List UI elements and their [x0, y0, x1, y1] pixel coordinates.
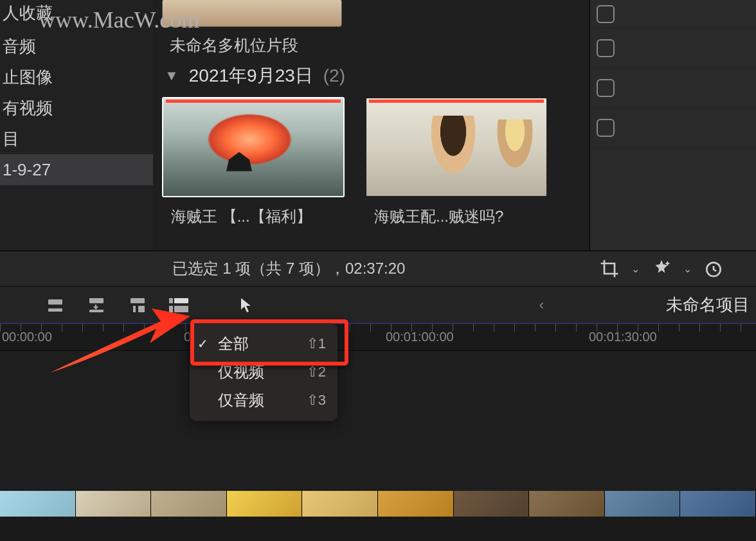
ruler-tick: 00:00:00 [2, 330, 52, 344]
edit-mode-dropdown: ✓ 全部 ⇧1 仅视频 ⇧2 仅音频 ⇧3 [190, 323, 338, 421]
svg-rect-4 [89, 310, 104, 312]
used-indicator [369, 100, 544, 103]
timeline-title: 未命名项目 [666, 294, 750, 316]
chevron-down-icon[interactable]: ⌄ [683, 263, 692, 275]
selection-status: 已选定 1 项（共 7 项），02:37:20 [153, 258, 424, 279]
dropdown-shortcut: ⇧1 [307, 335, 326, 352]
svg-rect-9 [174, 298, 188, 303]
clip-name: 海贼王 【...【福利】 [171, 206, 345, 227]
check-icon: ✓ [197, 336, 214, 351]
sidebar: 人收藏 音频 止图像 有视频 目 1-9-27 [0, 0, 153, 251]
svg-rect-2 [48, 308, 62, 312]
sidebar-item-video[interactable]: 有视频 [0, 93, 153, 123]
dropdown-label: 仅音频 [218, 390, 307, 411]
append-clip-button[interactable] [126, 295, 149, 315]
retime-tool-icon[interactable] [703, 258, 724, 279]
sidebar-label: 有视频 [3, 97, 53, 120]
used-indicator [166, 100, 341, 103]
sidebar-label: 1-9-27 [3, 160, 51, 180]
svg-rect-10 [169, 306, 173, 312]
sidebar-item-date[interactable]: 1-9-27 [0, 154, 153, 185]
date-text: 2021年9月23日 [189, 64, 313, 88]
date-count: (2) [323, 66, 345, 86]
timeline-toolbar: ‹ 未命名项目 [0, 287, 756, 324]
sidebar-label: 人收藏 [3, 2, 53, 24]
property-checkbox[interactable] [597, 119, 615, 137]
select-tool-button[interactable] [234, 295, 257, 315]
inspector-panel [590, 0, 756, 251]
dropdown-shortcut: ⇧3 [307, 392, 326, 409]
sidebar-label: 止图像 [3, 66, 53, 89]
multicam-clip-label: 未命名多机位片段 [170, 35, 582, 56]
dropdown-item-all[interactable]: ✓ 全部 ⇧1 [190, 330, 338, 358]
property-checkbox[interactable] [597, 79, 615, 97]
insert-clip-button[interactable] [85, 295, 108, 315]
library-browser: 未命名多机位片段 ▼ 2021年9月23日 (2) 海贼王 【...【福利】 [153, 0, 590, 251]
sidebar-label: 音频 [3, 35, 36, 58]
svg-rect-1 [48, 299, 62, 305]
crop-tool-icon[interactable] [599, 258, 620, 279]
clip-thumbnail[interactable] [365, 97, 548, 197]
ruler-tick: 00:01:00:00 [386, 330, 454, 344]
sidebar-item-projects[interactable]: 目 [0, 123, 153, 154]
svg-rect-3 [89, 298, 104, 303]
dropdown-shortcut: ⇧2 [307, 364, 326, 380]
timeline-body[interactable] [0, 351, 756, 491]
timeline-ruler[interactable]: 00:00:00 0 00:01:00:00 00:01:30:00 [0, 324, 756, 351]
status-bar: 已选定 1 项（共 7 项），02:37:20 ⌄ ⌄ [0, 251, 756, 287]
dropdown-item-audio-only[interactable]: 仅音频 ⇧3 [190, 386, 338, 414]
dropdown-label: 仅视频 [218, 362, 307, 382]
svg-rect-6 [133, 306, 136, 312]
property-checkbox[interactable] [597, 5, 615, 23]
svg-rect-11 [174, 306, 188, 312]
enhance-tool-icon[interactable] [651, 258, 672, 279]
date-group-header[interactable]: ▼ 2021年9月23日 (2) [165, 64, 582, 88]
timeline-back-button[interactable]: ‹ [539, 297, 544, 314]
connect-clip-button[interactable] [44, 295, 67, 315]
sidebar-item-stills[interactable]: 止图像 [0, 62, 153, 93]
disclosure-triangle-icon[interactable]: ▼ [165, 67, 179, 84]
multicam-clip-thumb[interactable] [162, 0, 342, 27]
svg-rect-5 [130, 298, 145, 303]
property-checkbox[interactable] [597, 39, 615, 57]
sidebar-label: 目 [3, 128, 19, 150]
overwrite-clip-button[interactable] [167, 295, 190, 315]
sidebar-item-favorites[interactable]: 人收藏 [0, 0, 153, 31]
clip-thumbnail[interactable] [162, 97, 345, 197]
clip-name: 海贼王配...贼迷吗? [374, 206, 548, 227]
ruler-tick: 00:01:30:00 [589, 330, 657, 344]
timeline-clip-filmstrip[interactable] [0, 491, 756, 519]
dropdown-item-video-only[interactable]: 仅视频 ⇧2 [190, 358, 338, 386]
sidebar-item-audio[interactable]: 音频 [0, 31, 153, 62]
svg-rect-8 [169, 298, 173, 303]
svg-rect-7 [138, 306, 145, 312]
chevron-down-icon[interactable]: ⌄ [631, 263, 640, 275]
dropdown-label: 全部 [218, 333, 307, 354]
